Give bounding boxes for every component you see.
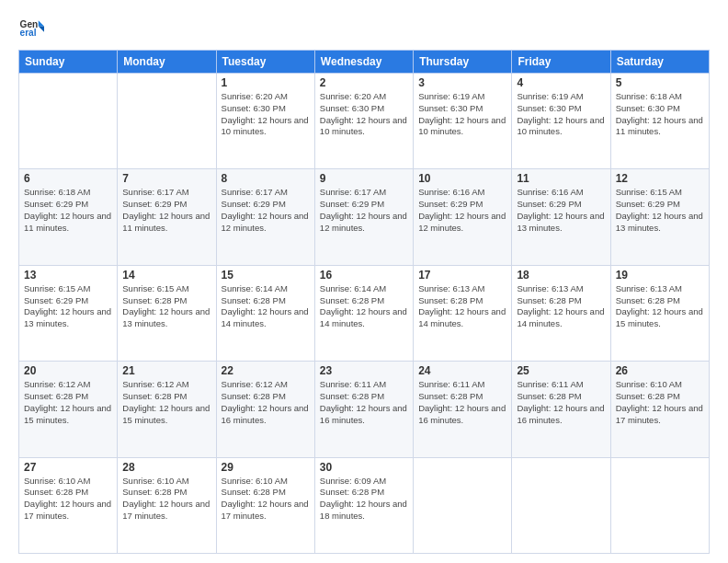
day-number: 13 bbox=[24, 269, 112, 282]
svg-marker-2 bbox=[39, 20, 44, 26]
logo-icon: Gen eral bbox=[18, 15, 44, 40]
day-info: Sunrise: 6:17 AM Sunset: 6:29 PM Dayligh… bbox=[122, 187, 210, 234]
weekday-header-saturday: Saturday bbox=[610, 51, 709, 74]
calendar-cell: 8Sunrise: 6:17 AM Sunset: 6:29 PM Daylig… bbox=[216, 169, 314, 265]
day-number: 8 bbox=[222, 172, 310, 185]
day-number: 28 bbox=[122, 461, 210, 474]
calendar-cell: 4Sunrise: 6:19 AM Sunset: 6:30 PM Daylig… bbox=[512, 74, 610, 169]
day-info: Sunrise: 6:15 AM Sunset: 6:28 PM Dayligh… bbox=[122, 283, 210, 330]
day-number: 20 bbox=[24, 364, 112, 377]
calendar-cell: 26Sunrise: 6:10 AM Sunset: 6:28 PM Dayli… bbox=[610, 362, 709, 457]
calendar-cell: 21Sunrise: 6:12 AM Sunset: 6:28 PM Dayli… bbox=[118, 362, 216, 457]
calendar-cell: 18Sunrise: 6:13 AM Sunset: 6:28 PM Dayli… bbox=[512, 265, 610, 361]
calendar-cell: 12Sunrise: 6:15 AM Sunset: 6:29 PM Dayli… bbox=[610, 169, 709, 265]
calendar-cell bbox=[19, 74, 118, 169]
day-info: Sunrise: 6:19 AM Sunset: 6:30 PM Dayligh… bbox=[418, 91, 506, 138]
day-number: 24 bbox=[418, 364, 506, 377]
day-info: Sunrise: 6:12 AM Sunset: 6:28 PM Dayligh… bbox=[222, 379, 310, 426]
calendar-cell: 28Sunrise: 6:10 AM Sunset: 6:28 PM Dayli… bbox=[118, 457, 216, 553]
day-number: 12 bbox=[616, 172, 704, 185]
day-number: 19 bbox=[616, 269, 704, 282]
day-info: Sunrise: 6:18 AM Sunset: 6:30 PM Dayligh… bbox=[616, 91, 704, 138]
day-number: 6 bbox=[24, 172, 112, 185]
day-info: Sunrise: 6:15 AM Sunset: 6:29 PM Dayligh… bbox=[24, 283, 112, 330]
calendar-cell: 7Sunrise: 6:17 AM Sunset: 6:29 PM Daylig… bbox=[118, 169, 216, 265]
weekday-header-friday: Friday bbox=[512, 51, 610, 74]
day-info: Sunrise: 6:20 AM Sunset: 6:30 PM Dayligh… bbox=[222, 91, 310, 138]
day-number: 29 bbox=[222, 461, 310, 474]
day-info: Sunrise: 6:16 AM Sunset: 6:29 PM Dayligh… bbox=[418, 187, 506, 234]
day-number: 23 bbox=[320, 364, 408, 377]
calendar-cell: 30Sunrise: 6:09 AM Sunset: 6:28 PM Dayli… bbox=[314, 457, 413, 553]
day-number: 27 bbox=[24, 461, 112, 474]
day-info: Sunrise: 6:11 AM Sunset: 6:28 PM Dayligh… bbox=[517, 379, 605, 426]
day-number: 10 bbox=[418, 172, 506, 185]
calendar-cell bbox=[118, 74, 216, 169]
day-info: Sunrise: 6:18 AM Sunset: 6:29 PM Dayligh… bbox=[24, 187, 112, 234]
day-number: 9 bbox=[320, 172, 408, 185]
day-number: 21 bbox=[122, 364, 210, 377]
day-info: Sunrise: 6:12 AM Sunset: 6:28 PM Dayligh… bbox=[24, 379, 112, 426]
day-info: Sunrise: 6:20 AM Sunset: 6:30 PM Dayligh… bbox=[320, 91, 408, 138]
day-number: 11 bbox=[517, 172, 605, 185]
day-info: Sunrise: 6:12 AM Sunset: 6:28 PM Dayligh… bbox=[122, 379, 210, 426]
calendar-cell: 1Sunrise: 6:20 AM Sunset: 6:30 PM Daylig… bbox=[216, 74, 314, 169]
day-info: Sunrise: 6:13 AM Sunset: 6:28 PM Dayligh… bbox=[616, 283, 704, 330]
calendar-cell: 27Sunrise: 6:10 AM Sunset: 6:28 PM Dayli… bbox=[19, 457, 118, 553]
calendar-cell: 5Sunrise: 6:18 AM Sunset: 6:30 PM Daylig… bbox=[610, 74, 709, 169]
calendar-cell: 19Sunrise: 6:13 AM Sunset: 6:28 PM Dayli… bbox=[610, 265, 709, 361]
day-info: Sunrise: 6:14 AM Sunset: 6:28 PM Dayligh… bbox=[320, 283, 408, 330]
calendar-cell: 23Sunrise: 6:11 AM Sunset: 6:28 PM Dayli… bbox=[314, 362, 413, 457]
day-info: Sunrise: 6:17 AM Sunset: 6:29 PM Dayligh… bbox=[320, 187, 408, 234]
svg-marker-3 bbox=[39, 26, 44, 31]
weekday-header-thursday: Thursday bbox=[414, 51, 512, 74]
day-number: 26 bbox=[616, 364, 704, 377]
weekday-header-sunday: Sunday bbox=[19, 51, 118, 74]
logo: Gen eral bbox=[18, 15, 48, 40]
day-number: 14 bbox=[122, 269, 210, 282]
day-number: 18 bbox=[517, 269, 605, 282]
calendar-cell: 15Sunrise: 6:14 AM Sunset: 6:28 PM Dayli… bbox=[216, 265, 314, 361]
day-number: 30 bbox=[320, 461, 408, 474]
calendar-cell: 3Sunrise: 6:19 AM Sunset: 6:30 PM Daylig… bbox=[414, 74, 512, 169]
calendar-cell: 14Sunrise: 6:15 AM Sunset: 6:28 PM Dayli… bbox=[118, 265, 216, 361]
calendar-cell: 24Sunrise: 6:11 AM Sunset: 6:28 PM Dayli… bbox=[414, 362, 512, 457]
calendar-cell: 11Sunrise: 6:16 AM Sunset: 6:29 PM Dayli… bbox=[512, 169, 610, 265]
day-info: Sunrise: 6:10 AM Sunset: 6:28 PM Dayligh… bbox=[24, 476, 112, 523]
day-info: Sunrise: 6:11 AM Sunset: 6:28 PM Dayligh… bbox=[320, 379, 408, 426]
calendar-cell: 25Sunrise: 6:11 AM Sunset: 6:28 PM Dayli… bbox=[512, 362, 610, 457]
calendar-cell: 29Sunrise: 6:10 AM Sunset: 6:28 PM Dayli… bbox=[216, 457, 314, 553]
day-number: 1 bbox=[222, 76, 310, 89]
calendar-cell: 9Sunrise: 6:17 AM Sunset: 6:29 PM Daylig… bbox=[314, 169, 413, 265]
day-number: 2 bbox=[320, 76, 408, 89]
weekday-header-wednesday: Wednesday bbox=[314, 51, 413, 74]
calendar-cell: 16Sunrise: 6:14 AM Sunset: 6:28 PM Dayli… bbox=[314, 265, 413, 361]
calendar-cell bbox=[512, 457, 610, 553]
day-number: 17 bbox=[418, 269, 506, 282]
day-info: Sunrise: 6:11 AM Sunset: 6:28 PM Dayligh… bbox=[418, 379, 506, 426]
day-info: Sunrise: 6:13 AM Sunset: 6:28 PM Dayligh… bbox=[517, 283, 605, 330]
calendar-cell bbox=[414, 457, 512, 553]
day-info: Sunrise: 6:15 AM Sunset: 6:29 PM Dayligh… bbox=[616, 187, 704, 234]
day-info: Sunrise: 6:14 AM Sunset: 6:28 PM Dayligh… bbox=[222, 283, 310, 330]
day-number: 7 bbox=[122, 172, 210, 185]
header: Gen eral bbox=[18, 15, 710, 40]
calendar-cell: 13Sunrise: 6:15 AM Sunset: 6:29 PM Dayli… bbox=[19, 265, 118, 361]
day-info: Sunrise: 6:16 AM Sunset: 6:29 PM Dayligh… bbox=[517, 187, 605, 234]
calendar-cell: 17Sunrise: 6:13 AM Sunset: 6:28 PM Dayli… bbox=[414, 265, 512, 361]
day-number: 5 bbox=[616, 76, 704, 89]
calendar-cell: 2Sunrise: 6:20 AM Sunset: 6:30 PM Daylig… bbox=[314, 74, 413, 169]
day-info: Sunrise: 6:10 AM Sunset: 6:28 PM Dayligh… bbox=[222, 476, 310, 523]
calendar-cell: 6Sunrise: 6:18 AM Sunset: 6:29 PM Daylig… bbox=[19, 169, 118, 265]
svg-text:eral: eral bbox=[20, 28, 37, 38]
day-info: Sunrise: 6:10 AM Sunset: 6:28 PM Dayligh… bbox=[616, 379, 704, 426]
day-number: 22 bbox=[222, 364, 310, 377]
day-number: 3 bbox=[418, 76, 506, 89]
day-info: Sunrise: 6:13 AM Sunset: 6:28 PM Dayligh… bbox=[418, 283, 506, 330]
calendar-cell bbox=[610, 457, 709, 553]
day-info: Sunrise: 6:17 AM Sunset: 6:29 PM Dayligh… bbox=[222, 187, 310, 234]
day-number: 15 bbox=[222, 269, 310, 282]
calendar-cell: 22Sunrise: 6:12 AM Sunset: 6:28 PM Dayli… bbox=[216, 362, 314, 457]
day-info: Sunrise: 6:10 AM Sunset: 6:28 PM Dayligh… bbox=[122, 476, 210, 523]
day-number: 16 bbox=[320, 269, 408, 282]
